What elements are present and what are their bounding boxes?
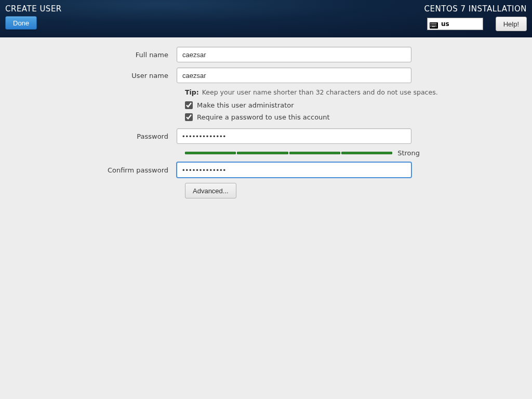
strength-bar (185, 152, 392, 154)
password-label: Password (0, 132, 177, 140)
password-input[interactable] (177, 128, 411, 144)
password-strength-meter: Strong (185, 149, 420, 157)
strength-segment (237, 152, 288, 154)
svg-rect-10 (436, 25, 437, 26)
strength-segment (341, 152, 392, 154)
svg-rect-9 (434, 25, 435, 26)
installer-title: CENTOS 7 INSTALLATION (424, 4, 527, 14)
svg-rect-11 (431, 26, 432, 28)
help-button[interactable]: Help! (496, 17, 527, 31)
make-admin-label[interactable]: Make this user administrator (197, 101, 294, 109)
svg-rect-13 (436, 26, 437, 28)
tip-text: Keep your user name shorter than 32 char… (202, 88, 438, 96)
page-title: CREATE USER (5, 4, 62, 14)
form-content: Full name User name Tip: Keep your user … (0, 37, 532, 198)
svg-rect-4 (434, 23, 435, 24)
strength-segment (289, 152, 340, 154)
keyboard-layout-label: us (441, 20, 449, 28)
tip-prefix: Tip: (185, 88, 199, 96)
confirm-password-label: Confirm password (0, 166, 177, 174)
advanced-button[interactable]: Advanced... (185, 183, 236, 198)
user-name-input[interactable] (177, 68, 411, 83)
keyboard-layout-selector[interactable]: us (427, 18, 483, 30)
header-bar: CREATE USER CENTOS 7 INSTALLATION Done (0, 0, 532, 37)
username-tip: Tip: Keep your user name shorter than 32… (185, 88, 532, 96)
require-password-checkbox[interactable] (185, 113, 193, 121)
svg-rect-3 (433, 23, 434, 24)
svg-rect-12 (432, 26, 435, 28)
full-name-input[interactable] (177, 47, 411, 62)
make-admin-checkbox[interactable] (185, 101, 193, 109)
svg-rect-8 (433, 25, 434, 26)
svg-rect-1 (431, 23, 432, 24)
full-name-label: Full name (0, 51, 177, 59)
svg-rect-6 (431, 25, 432, 26)
confirm-password-input[interactable] (177, 162, 411, 178)
require-password-label[interactable]: Require a password to use this account (197, 113, 330, 121)
svg-rect-7 (432, 25, 433, 26)
svg-rect-2 (432, 23, 433, 24)
user-name-label: User name (0, 72, 177, 79)
strength-segment (185, 152, 236, 154)
keyboard-icon (430, 21, 438, 27)
strength-label: Strong (397, 149, 420, 157)
svg-rect-5 (436, 23, 437, 24)
done-button[interactable]: Done (5, 16, 37, 30)
